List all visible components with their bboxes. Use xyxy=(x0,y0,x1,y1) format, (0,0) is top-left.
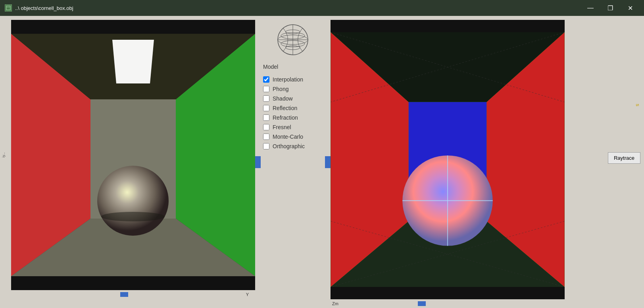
close-button[interactable]: ✕ xyxy=(621,2,639,14)
middle-right-scroll-handle[interactable] xyxy=(325,156,331,168)
app-icon xyxy=(5,4,12,12)
right-side-label: s xyxy=(635,104,641,107)
zm-label: Zm xyxy=(332,301,338,306)
window-controls: — ❐ ✕ xyxy=(581,2,639,14)
orthographic-checkbox-item[interactable]: Orthographic xyxy=(263,143,327,149)
middle-panel: Model Interpolation Phong Shadow Reflect… xyxy=(255,16,331,308)
raytrace-button[interactable]: Raytrace xyxy=(608,152,640,164)
left-edge-label: iy... xyxy=(2,152,6,157)
svg-rect-3 xyxy=(11,276,255,290)
phong-label[interactable]: Phong xyxy=(273,86,288,92)
orthographic-checkbox[interactable] xyxy=(263,143,269,149)
main-content: iy... xyxy=(0,16,644,308)
montecarlo-checkbox[interactable] xyxy=(263,134,269,140)
left-scrollbar-thumb[interactable] xyxy=(120,292,128,297)
right-panel: Raytrace s xyxy=(604,16,644,308)
fresnel-checkbox[interactable] xyxy=(263,124,269,130)
refraction-checkbox[interactable] xyxy=(263,114,269,121)
svg-marker-11 xyxy=(112,40,154,83)
checkbox-group: Interpolation Phong Shadow Reflection Re… xyxy=(259,76,327,149)
maximize-button[interactable]: ❐ xyxy=(601,2,619,14)
reflection-checkbox-item[interactable]: Reflection xyxy=(263,105,327,111)
right-scrollbar-track[interactable]: Zm xyxy=(331,299,565,308)
y-label: Y xyxy=(246,292,249,297)
fresnel-checkbox-item[interactable]: Fresnel xyxy=(263,124,327,130)
left-viewport[interactable] xyxy=(11,20,255,290)
interpolation-checkbox[interactable] xyxy=(263,76,269,83)
orthographic-label[interactable]: Orthographic xyxy=(273,143,305,149)
window-title: ..\ objects\cornell_box.obj xyxy=(15,5,581,11)
middle-left-scroll-handle[interactable] xyxy=(255,156,261,168)
shadow-label[interactable]: Shadow xyxy=(273,95,293,102)
interpolation-label[interactable]: Interpolation xyxy=(273,76,303,83)
phong-checkbox[interactable] xyxy=(263,86,269,92)
raytrace-scene xyxy=(331,20,565,299)
svg-point-12 xyxy=(97,166,169,236)
montecarlo-checkbox-item[interactable]: Monte-Carlo xyxy=(263,134,327,140)
right-viewport-container: Zm xyxy=(331,16,604,308)
montecarlo-label[interactable]: Monte-Carlo xyxy=(273,134,303,140)
title-bar: ..\ objects\cornell_box.obj — ❐ ✕ xyxy=(0,0,644,16)
fresnel-label[interactable]: Fresnel xyxy=(273,124,291,130)
reflection-checkbox[interactable] xyxy=(263,105,269,111)
svg-rect-2 xyxy=(11,20,255,34)
phong-checkbox-item[interactable]: Phong xyxy=(263,86,327,92)
model-label: Model xyxy=(263,64,278,70)
refraction-label[interactable]: Refraction xyxy=(273,114,298,121)
minimize-button[interactable]: — xyxy=(581,2,600,14)
right-scrollbar-thumb[interactable] xyxy=(418,301,426,306)
cornell-box-scene xyxy=(11,20,255,290)
svg-rect-23 xyxy=(331,287,564,299)
left-edge: iy... xyxy=(0,20,7,290)
left-scrollbar-track[interactable]: Y xyxy=(7,290,251,299)
svg-rect-22 xyxy=(331,20,564,32)
reflection-label[interactable]: Reflection xyxy=(273,105,297,111)
shadow-checkbox-item[interactable]: Shadow xyxy=(263,95,327,102)
wire-sphere-icon xyxy=(275,22,311,58)
refraction-checkbox-item[interactable]: Refraction xyxy=(263,114,327,121)
shadow-checkbox[interactable] xyxy=(263,95,269,102)
right-viewport[interactable] xyxy=(331,20,565,299)
svg-rect-0 xyxy=(6,6,10,10)
interpolation-checkbox-item[interactable]: Interpolation xyxy=(263,76,327,83)
svg-point-13 xyxy=(101,212,165,221)
left-viewport-container: Y xyxy=(7,16,255,308)
